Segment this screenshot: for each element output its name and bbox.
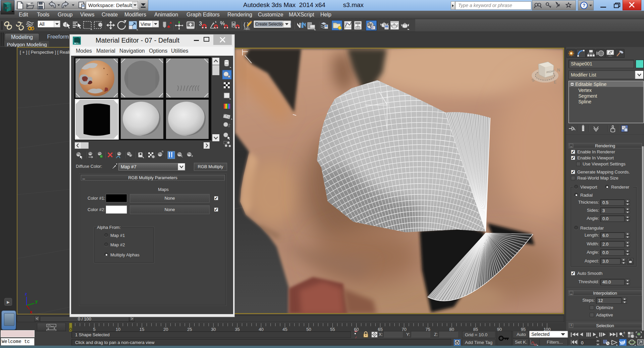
svg-text:±: ±	[623, 331, 625, 335]
svg-text:Filters...: Filters...	[547, 340, 563, 345]
svg-text:3: 3	[199, 21, 202, 27]
svg-text:Selected: Selected	[531, 332, 549, 337]
svg-text:y: y	[35, 299, 38, 304]
svg-text:View: View	[141, 21, 151, 27]
svg-text:Auto: Auto	[517, 332, 526, 337]
svg-text:z: z	[25, 291, 27, 296]
svg-text:MFX: MFX	[74, 42, 78, 44]
svg-text:All: All	[39, 21, 45, 27]
svg-text:Add Time Tag: Add Time Tag	[465, 340, 492, 345]
svg-text:Set K.: Set K.	[515, 340, 527, 345]
svg-text:Y:: Y:	[406, 332, 410, 337]
svg-text:Z:: Z:	[434, 332, 438, 337]
svg-text:Grid = 10.0: Grid = 10.0	[465, 332, 487, 337]
svg-text:%: %	[220, 20, 225, 26]
svg-text:0: 0	[581, 340, 584, 345]
svg-text:X:: X:	[379, 332, 383, 337]
svg-text:N: N	[557, 68, 560, 72]
svg-text:x: x	[30, 309, 33, 314]
svg-text:ABC: ABC	[244, 27, 250, 31]
svg-text:E: E	[554, 80, 556, 85]
svg-text:?: ?	[583, 3, 586, 8]
